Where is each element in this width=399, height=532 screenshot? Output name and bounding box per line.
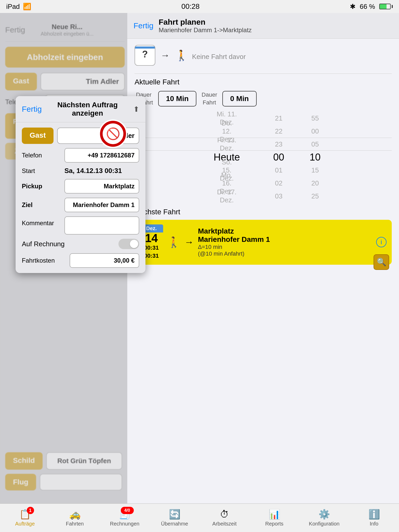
arrow-icon: → — [161, 50, 170, 61]
fahrt-title-block: Fahrt planen Marienhofer Damm 1->Marktpl… — [159, 18, 393, 34]
popup-kommentar-field[interactable] — [64, 216, 139, 235]
tab-reports-icon-glyph: 📊 — [269, 509, 280, 520]
picker-min-3: 10 — [305, 151, 325, 164]
stop-circle: 🚫 — [99, 119, 127, 148]
toggle-auf-rechnung[interactable] — [118, 239, 139, 249]
tab-info-icon-glyph: ℹ️ — [368, 509, 380, 520]
fahrt-header: Fertig Fahrt planen Marienhofer Damm 1->… — [127, 13, 399, 39]
bluetooth-icon: ✱ — [350, 3, 356, 11]
tab-info[interactable]: ℹ️ Info — [349, 509, 399, 527]
picker-date-5: Mo. 16. Dez. — [216, 177, 237, 190]
bg-flug-btn: Flug — [5, 474, 36, 490]
naechste-fahrt-title: Nächste Fahrt — [135, 208, 392, 216]
tab-fahrten-icon-glyph: 🚕 — [69, 509, 81, 520]
picker-hour-1: 22 — [268, 125, 289, 138]
divider-1 — [135, 74, 392, 74]
tab-fahrten-icon: 🚕 — [69, 509, 81, 520]
popup-telefon-value: +49 1728612687 — [64, 148, 139, 163]
popup-auf-rechnung-label: Auf Rechnung — [22, 240, 65, 248]
popup-start-label: Start — [22, 167, 61, 175]
wifi-icon: 📶 — [23, 3, 31, 11]
picker-date-col: Mi. 11. Dez. Do. 12. Dez. Fr. 13. Dez. H… — [201, 112, 253, 203]
battery-percent: 66 % — [360, 3, 375, 11]
popup-fahrtkosten-value: 30,00 € — [70, 253, 139, 268]
picker-min-0: 55 — [305, 112, 325, 125]
popup-telefon-label: Telefon — [22, 152, 61, 159]
tab-info-icon: ℹ️ — [368, 509, 380, 520]
dauer-fahrt-value: 0 Min — [222, 91, 257, 107]
bg-fertig: Fertig — [5, 25, 25, 34]
picker-date-1: Do. 12. Dez. — [216, 125, 237, 138]
popup-fertig-button[interactable]: Fertig — [22, 105, 42, 114]
picker-min-4: 15 — [305, 164, 325, 177]
tab-auftraege[interactable]: 📋 1 Aufträge — [0, 509, 50, 527]
dauer-fahrt-label2: Fahrt — [203, 99, 216, 106]
tab-fahrten-label: Fahrten — [66, 521, 84, 527]
popup-title: Nächsten Auftrag anzeigen — [57, 101, 118, 117]
popup-ziel-value[interactable]: Marienhofer Damm 1 — [64, 198, 139, 212]
naechste-section: Nächste Fahrt Dez. 14 00:31 00:31 🚶 → Ma… — [135, 208, 392, 265]
status-left: iPad 📶 — [6, 3, 31, 11]
tab-auftraege-label: Aufträge — [15, 521, 35, 527]
bg-tim-adler: Tim Adler — [41, 73, 125, 90]
info-button[interactable]: i — [376, 237, 387, 247]
fahrt-fertig-button[interactable]: Fertig — [134, 21, 154, 30]
tab-uebernahme[interactable]: 🔄 Übernahme — [150, 509, 200, 527]
popup-share-button[interactable]: ⬆ — [133, 105, 139, 114]
tab-uebernahme-icon-glyph: 🔄 — [169, 509, 181, 520]
magnify-button[interactable]: 🔍 — [374, 254, 389, 270]
dauer-row: Dauer Anfahrt 10 Min Dauer Fahrt 0 Min — [135, 91, 392, 107]
tab-uebernahme-icon: 🔄 — [169, 509, 181, 520]
tab-konfiguration[interactable]: ⚙️ Konfiguration — [299, 509, 349, 527]
bg-abholzeit-btn: Abholzeit eingeben — [5, 47, 125, 68]
tab-konfiguration-icon: ⚙️ — [318, 509, 330, 520]
bg-title: Neue Ri... — [41, 23, 94, 31]
bg-subtitle: Abholzeit eingeben ü... — [41, 31, 94, 37]
popup-gast-btn[interactable]: Gast — [22, 128, 54, 144]
picker-hour-col: 21 22 23 00 01 02 03 — [268, 112, 289, 203]
keine-fahrt-label: 🚶 Keine Fahrt davor — [175, 49, 246, 62]
bg-gast-btn: Gast — [5, 73, 37, 90]
bg-empty-btn — [40, 474, 122, 490]
picker-hour-2: 23 — [268, 138, 289, 151]
carrier-label: iPad — [6, 3, 20, 11]
fahrt-planen-panel: Fertig Fahrt planen Marienhofer Damm 1->… — [127, 13, 399, 532]
popup-pickup-value[interactable]: Marktplatz — [64, 179, 139, 194]
popup-start-value: Sa, 14.12.13 00:31 — [64, 167, 122, 175]
picker-date-2: Fr. 13. Dez. — [216, 138, 237, 151]
tab-arbeitszeit[interactable]: ⏱ Arbeitszeit — [200, 509, 249, 527]
dauer-anfahrt-value: 10 Min — [158, 91, 196, 107]
time-label: 00:28 — [181, 2, 200, 11]
person-icon: 🚶 — [167, 236, 180, 248]
picker-min-col: 55 00 05 10 15 20 25 — [305, 112, 325, 203]
date-badge-day: 14 — [145, 232, 158, 244]
popup-ziel-label: Ziel — [22, 201, 61, 209]
tab-bar: 📋 1 Aufträge 🚕 Fahrten 🧾 4/0 Rechnungen … — [0, 503, 399, 532]
stop-button-overlay[interactable]: 🚫 — [99, 119, 127, 148]
naechste-card: Dez. 14 00:31 00:31 🚶 → Marktplatz Marie… — [135, 220, 392, 265]
picker-min-1: 00 — [305, 125, 325, 138]
naechste-delta: Δ=10 min — [198, 244, 372, 250]
tab-arbeitszeit-icon: ⏱ — [220, 509, 229, 520]
calendar-question-icon: ? — [135, 45, 155, 66]
tab-reports-icon: 📊 — [269, 509, 280, 520]
naechste-pickup: Marktplatz — [198, 227, 372, 235]
naechste-arrow-icon: → — [184, 237, 194, 248]
tab-rechnungen-icon: 🧾 4/0 — [119, 509, 131, 520]
tab-reports-label: Reports — [265, 521, 283, 527]
tab-fahrten[interactable]: 🚕 Fahrten — [50, 509, 100, 527]
tab-reports[interactable]: 📊 Reports — [249, 509, 299, 527]
naechste-dest-label: Marienhofer Damm 1 — [198, 235, 372, 244]
bg-schild-btn: Schild — [5, 452, 43, 470]
naechste-anfahrt: (@10 min Anfahrt) — [198, 250, 372, 257]
tab-rechnungen[interactable]: 🧾 4/0 Rechnungen — [100, 509, 150, 527]
picker-hour-3: 00 — [268, 151, 289, 164]
popup-pickup-label: Pickup — [22, 183, 61, 190]
picker-date-6: Di. 17. Dez. — [216, 190, 237, 203]
dauer-fahrt-label1: Dauer — [202, 91, 217, 98]
scroll-picker[interactable]: Mi. 11. Dez. Do. 12. Dez. Fr. 13. Dez. H… — [135, 112, 392, 203]
picker-hour-4: 01 — [268, 164, 289, 177]
picker-min-6: 25 — [305, 190, 325, 203]
picker-min-5: 20 — [305, 177, 325, 190]
tab-info-label: Info — [370, 521, 378, 527]
